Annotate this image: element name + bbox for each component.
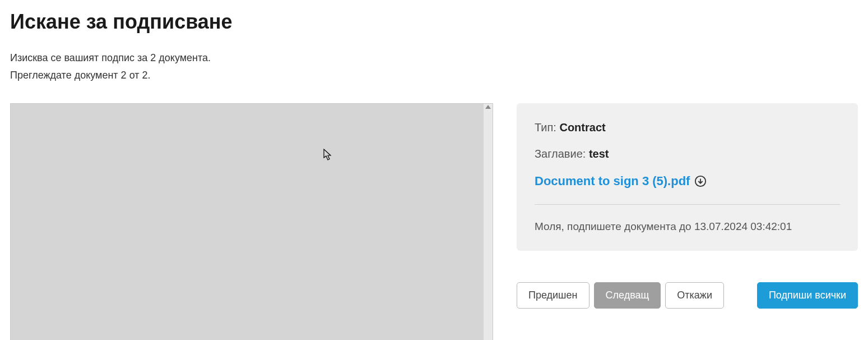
cursor-icon (323, 149, 332, 161)
document-download-link[interactable]: Document to sign 3 (5).pdf (535, 174, 690, 189)
title-row: Заглавие: test (535, 148, 840, 160)
title-label: Заглавие: (535, 148, 589, 160)
title-value: test (589, 148, 609, 160)
action-buttons: Предишен Следващ Откажи Подпиши всички (517, 282, 858, 309)
page-title: Искане за подписване (10, 10, 858, 34)
download-icon[interactable] (694, 175, 707, 187)
document-preview[interactable] (10, 103, 493, 340)
previous-button[interactable]: Предишен (517, 282, 590, 309)
cancel-button[interactable]: Откажи (665, 282, 724, 309)
divider (535, 204, 840, 205)
type-row: Тип: Contract (535, 121, 840, 134)
documents-required-text: Изисква се вашият подпис за 2 документа. (10, 50, 858, 66)
scroll-up-icon[interactable] (485, 105, 491, 109)
type-value: Contract (559, 121, 605, 134)
type-label: Тип: (535, 121, 559, 134)
preview-scrollbar[interactable] (483, 104, 493, 340)
sign-all-button[interactable]: Подпиши всички (757, 282, 858, 309)
document-info-card: Тип: Contract Заглавие: test Document to… (517, 103, 858, 251)
deadline-text: Моля, подпишете документа до 13.07.2024 … (535, 220, 840, 233)
next-button: Следващ (594, 282, 661, 309)
document-position-text: Преглеждате документ 2 от 2. (10, 68, 858, 83)
